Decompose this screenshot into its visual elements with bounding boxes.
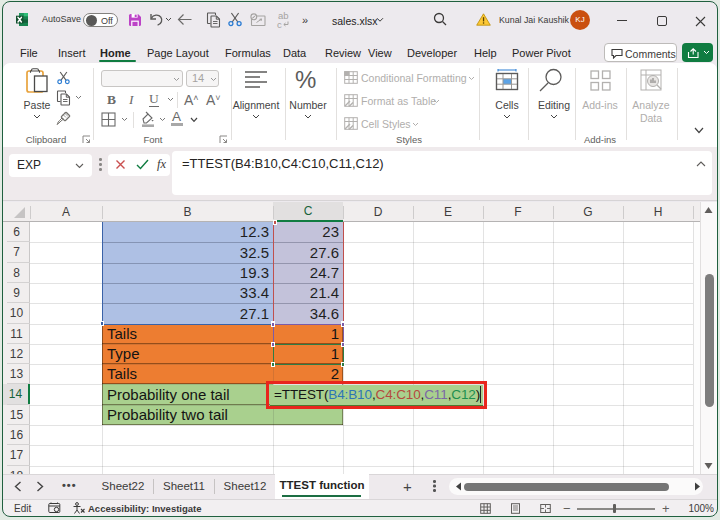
svg-text:c: c (277, 19, 282, 30)
